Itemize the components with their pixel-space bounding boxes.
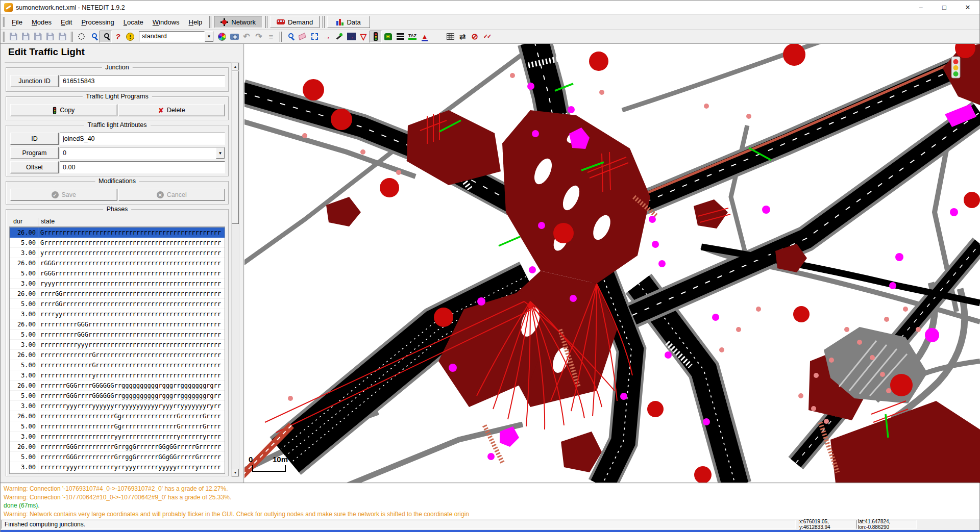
phase-duration[interactable]: 3.00 [10, 401, 38, 411]
open-config-button[interactable] [32, 31, 44, 43]
phase-duration[interactable]: 26.00 [10, 258, 38, 268]
phase-state[interactable]: rrrrrrrrrrrrrryrrrrrrrrrrrrrrrrrrrrrrrrr… [38, 370, 221, 380]
phase-row[interactable]: 5.00rrrrGGrrrrrrrrrrrrrrrrrrrrrrrrrrrrrr… [10, 299, 225, 309]
crossing-mode-button[interactable] [394, 31, 406, 43]
junction-id-field[interactable]: 616515843 [60, 75, 225, 87]
phase-row[interactable]: 3.00rrrryyrrrrrrrrrrrrrrrrrrrrrrrrrrrrrr… [10, 309, 225, 319]
phase-state[interactable]: rrrrrrrrrrrrrrrrrrrrGgrrrrrrrrrrrrrrrGrr… [38, 421, 221, 431]
copy-program-button[interactable]: Copy [10, 104, 117, 116]
tab-network[interactable]: Network [214, 16, 262, 28]
tab-demand[interactable]: Demand [270, 16, 320, 28]
menu-file[interactable]: File [7, 16, 27, 28]
attr-offset-button[interactable]: Offset [10, 161, 59, 173]
phase-duration[interactable]: 26.00 [10, 227, 38, 237]
phase-row[interactable]: 26.00rrrrrrrrrrrrrrGrrrrrrrrrrrrrrrrrrrr… [10, 350, 225, 360]
toolbar-grip[interactable] [209, 16, 211, 28]
phase-row[interactable]: 26.00rGGGrrrrrrrrrrrrrrrrrrrrrrrrrrrrrrr… [10, 258, 225, 268]
phase-duration[interactable]: 3.00 [10, 462, 38, 472]
panel-scrollbar[interactable]: ▲ ▼ [231, 62, 239, 477]
view-options-button[interactable]: ≡ [265, 31, 277, 43]
phase-duration[interactable]: 3.00 [10, 370, 38, 380]
phase-state[interactable]: rrrrrrrrrrrrrrGrrrrrrrrrrrrrrrrrrrrrrrrr… [38, 350, 221, 360]
phase-row[interactable]: 5.00rrrrrrrrrrrrrrGrrrrrrrrrrrrrrrrrrrrr… [10, 360, 225, 370]
scroll-down-icon[interactable]: ▼ [232, 469, 239, 476]
phase-duration[interactable]: 5.00 [10, 452, 38, 462]
scrollbar-thumb[interactable] [232, 71, 239, 224]
create-edge-mode-button[interactable] [333, 31, 345, 43]
phase-duration[interactable]: 5.00 [10, 268, 38, 278]
phase-state[interactable]: rrrrrrrrrryyyrrrrrrrrrrrrrrrrrrrrrrrrrrr… [38, 340, 221, 349]
redo-button[interactable]: ↷ [253, 31, 265, 43]
menu-windows[interactable]: Windows [148, 16, 184, 28]
network-canvas[interactable]: 0 10m [244, 44, 980, 483]
attr-program-combo[interactable]: 0 ▼ [60, 147, 225, 159]
phase-state[interactable]: rrrrrrryyyrrrrrrrrrryrryyyrrrrrryyyyyrrr… [38, 462, 221, 472]
phase-duration[interactable]: 26.00 [10, 411, 38, 421]
undo-button[interactable]: ↶ [240, 31, 253, 43]
show-tls-button[interactable]: ✓✓ [481, 31, 493, 43]
minimize-button[interactable]: – [909, 1, 933, 14]
save-network-button[interactable] [44, 31, 56, 43]
toolbar-grip[interactable] [70, 32, 73, 42]
attr-program-button[interactable]: Program [10, 147, 59, 159]
snapshot-button[interactable] [228, 31, 240, 43]
combo-dropdown-icon[interactable]: ▼ [205, 31, 213, 42]
toolbar-grip[interactable] [3, 32, 5, 42]
phase-duration[interactable]: 3.00 [10, 340, 38, 349]
phase-state[interactable]: rrrrGGrrrrrrrrrrrrrrrrrrrrrrrrrrrrrrrrrr… [38, 299, 221, 309]
grid-toggle-button[interactable] [444, 31, 456, 43]
phase-row[interactable]: 26.00rrrrGGrrrrrrrrrrrrrrrrrrrrrrrrrrrrr… [10, 289, 225, 299]
phase-row[interactable]: 5.00rrrrrrrrrrGGGrrrrrrrrrrrrrrrrrrrrrrr… [10, 330, 225, 340]
prohibition-mode-button[interactable]: ▽ [357, 31, 370, 43]
toolbar-grip[interactable] [322, 16, 325, 28]
phase-duration[interactable]: 26.00 [10, 289, 38, 298]
phase-state[interactable]: Grrrrrrrrrrrrrrrrrrrrrrrrrrrrrrrrrrrrrrr… [38, 227, 221, 237]
phase-state[interactable]: rrrrrrryyyrrrryyyyyyrryyyyyyyyyyryyyrryy… [38, 401, 221, 411]
delete-program-button[interactable]: ✘ Delete [118, 104, 226, 116]
phase-duration[interactable]: 3.00 [10, 248, 38, 258]
chain-edge-button[interactable]: ⊘ [469, 31, 481, 43]
phase-row[interactable]: 26.00rrrrrrrGGGrrrrGGGGGGrrggggggggggrgg… [10, 381, 225, 391]
combo-dropdown-icon[interactable]: ▼ [216, 147, 225, 159]
phase-state[interactable]: rrrrrrrrrrrrrrrrrrrrGgrrrrrrrrrrrrrrrGrr… [38, 411, 221, 421]
phase-row[interactable]: 26.00rrrrrrrrrrrrrrrrrrrrGgrrrrrrrrrrrrr… [10, 411, 225, 421]
phase-row[interactable]: 3.00ryyyrrrrrrrrrrrrrrrrrrrrrrrrrrrrrrrr… [10, 278, 225, 289]
phase-state[interactable]: rrrrrrrGGGrrrrrrrrrrGrrggGrrrrrrGGgGGrrr… [38, 452, 221, 462]
phase-duration[interactable]: 3.00 [10, 432, 38, 441]
move-mode-button[interactable]: → [321, 31, 333, 43]
zoom-extents-button[interactable] [100, 31, 112, 43]
phase-row[interactable]: 3.00rrrrrrrrrrrrrrrrrrrryyrrrrrrrrrrrrrr… [10, 432, 225, 442]
phase-state[interactable]: rrrryyrrrrrrrrrrrrrrrrrrrrrrrrrrrrrrrrrr… [38, 309, 221, 319]
question-tool-button[interactable]: ? [112, 31, 124, 43]
phase-state[interactable]: Grrrrrrrrrrrrrrrrrrrrrrrrrrrrrrrrrrrrrrr… [38, 238, 221, 247]
inspect-mode-button[interactable] [284, 31, 296, 43]
move-elevation-button[interactable]: ⇄ [456, 31, 469, 43]
phase-row[interactable]: 3.00rrrrrrryyyrrrryyyyyyrryyyyyyyyyyryyy… [10, 401, 225, 411]
view-preset-combo[interactable]: standard ▼ [139, 31, 213, 42]
save-button[interactable]: ✓ Save [10, 189, 117, 201]
phase-row[interactable]: 26.00Grrrrrrrrrrrrrrrrrrrrrrrrrrrrrrrrrr… [10, 227, 225, 238]
message-log[interactable]: Warning: Connection '-107693107#4_0->-10… [1, 483, 979, 519]
attr-id-button[interactable]: ID [10, 133, 59, 145]
phase-row[interactable]: 5.00rGGGrrrrrrrrrrrrrrrrrrrrrrrrrrrrrrrr… [10, 268, 225, 278]
phase-row[interactable]: 3.00yrrrrrrrrrrrrrrrrrrrrrrrrrrrrrrrrrrr… [10, 248, 225, 258]
taz-mode-button[interactable]: TAZ [406, 31, 419, 43]
scroll-up-icon[interactable]: ▲ [232, 63, 239, 70]
shape-mode-button[interactable]: ▲ [419, 31, 431, 43]
phase-duration[interactable]: 3.00 [10, 278, 38, 288]
warning-tool-button[interactable]: ! [124, 31, 136, 43]
phase-state[interactable]: rrrrrrrGGGrrrrGGGGGGrrggggggggggrgggrrgg… [38, 381, 221, 390]
phase-duration[interactable]: 3.00 [10, 309, 38, 319]
color-scheme-button[interactable] [216, 31, 228, 43]
toolbar-grip[interactable] [265, 16, 267, 28]
toolbar-grip[interactable] [3, 17, 5, 27]
maximize-button[interactable]: □ [933, 1, 956, 14]
menu-locate[interactable]: Locate [119, 16, 148, 28]
menu-edit[interactable]: Edit [56, 16, 77, 28]
phase-row[interactable]: 5.00rrrrrrrrrrrrrrrrrrrrGgrrrrrrrrrrrrrr… [10, 421, 225, 432]
phase-duration[interactable]: 5.00 [10, 360, 38, 370]
phase-duration[interactable]: 26.00 [10, 319, 38, 329]
close-button[interactable]: ✕ [956, 1, 979, 14]
menu-help[interactable]: Help [184, 16, 207, 28]
additional-mode-button[interactable]: H [382, 31, 394, 43]
